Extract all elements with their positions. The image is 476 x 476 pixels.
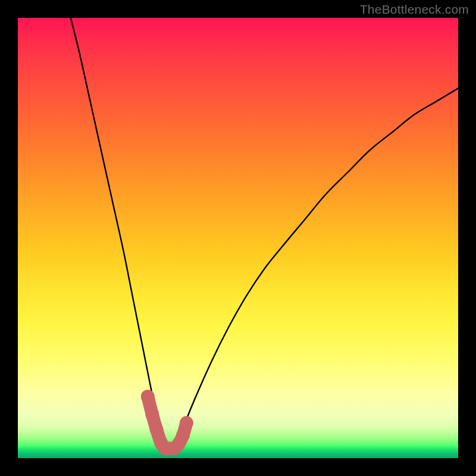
outer-frame: TheBottleneck.com (0, 0, 476, 476)
watermark-text: TheBottleneck.com (360, 2, 469, 17)
bottom-marker-dot (180, 416, 193, 430)
curve-layer (71, 18, 458, 450)
bottleneck-curve-path (71, 18, 458, 450)
bottom-marker-dot (150, 422, 164, 436)
plot-area (18, 18, 458, 458)
bottom-marker-dot (176, 428, 190, 442)
bottom-marker-dot (145, 408, 159, 421)
chart-svg (18, 18, 458, 458)
marker-layer (141, 390, 193, 455)
bottom-marker-dot (141, 390, 155, 403)
